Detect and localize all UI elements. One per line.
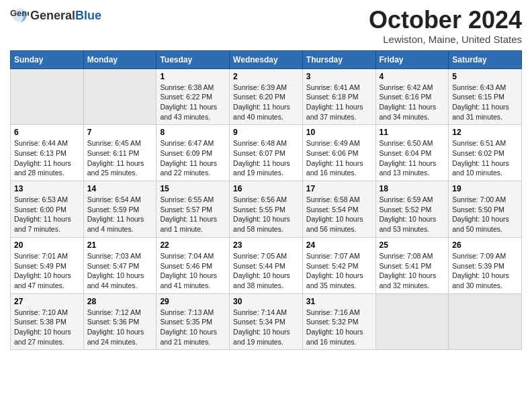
calendar-cell: 14Sunrise: 6:54 AMSunset: 5:59 PMDayligh… (83, 181, 157, 238)
calendar-table: Sunday Monday Tuesday Wednesday Thursday… (10, 50, 522, 351)
calendar-cell: 22Sunrise: 7:04 AMSunset: 5:46 PMDayligh… (157, 237, 230, 293)
calendar-cell: 9Sunrise: 6:48 AMSunset: 6:07 PMDaylight… (230, 125, 303, 181)
calendar-cell: 25Sunrise: 7:08 AMSunset: 5:41 PMDayligh… (375, 237, 449, 293)
day-number: 21 (87, 240, 153, 250)
calendar-cell: 6Sunrise: 6:44 AMSunset: 6:13 PMDaylight… (11, 125, 84, 181)
calendar-cell: 18Sunrise: 6:59 AMSunset: 5:52 PMDayligh… (375, 181, 449, 238)
day-number: 12 (452, 128, 518, 137)
day-info: Sunrise: 6:54 AMSunset: 5:59 PMDaylight:… (87, 195, 153, 234)
logo-blue: Blue (75, 9, 101, 22)
day-info: Sunrise: 7:09 AMSunset: 5:39 PMDaylight:… (452, 251, 518, 291)
day-number: 26 (452, 240, 518, 250)
calendar-cell: 5Sunrise: 6:43 AMSunset: 6:15 PMDaylight… (449, 68, 522, 125)
day-info: Sunrise: 7:05 AMSunset: 5:44 PMDaylight:… (233, 251, 299, 291)
day-info: Sunrise: 6:39 AMSunset: 6:20 PMDaylight:… (233, 83, 299, 122)
calendar-cell (11, 68, 84, 125)
day-info: Sunrise: 6:56 AMSunset: 5:55 PMDaylight:… (233, 195, 299, 234)
day-number: 29 (160, 297, 226, 306)
day-number: 1 (160, 72, 226, 81)
calendar-cell: 28Sunrise: 7:12 AMSunset: 5:36 PMDayligh… (83, 293, 157, 350)
calendar-week-4: 20Sunrise: 7:01 AMSunset: 5:49 PMDayligh… (11, 237, 522, 293)
calendar-cell: 7Sunrise: 6:45 AMSunset: 6:11 PMDaylight… (83, 125, 157, 181)
day-number: 27 (14, 297, 80, 306)
day-number: 13 (14, 184, 80, 193)
calendar-cell (375, 293, 449, 350)
header-wednesday: Wednesday (230, 50, 303, 68)
calendar-cell: 27Sunrise: 7:10 AMSunset: 5:38 PMDayligh… (11, 293, 84, 350)
header-friday: Friday (375, 50, 449, 68)
day-number: 6 (14, 128, 80, 137)
day-info: Sunrise: 7:03 AMSunset: 5:47 PMDaylight:… (87, 251, 153, 291)
day-info: Sunrise: 6:44 AMSunset: 6:13 PMDaylight:… (14, 138, 80, 178)
day-number: 14 (87, 184, 153, 193)
month-title: October 2024 (369, 7, 522, 34)
day-number: 20 (14, 240, 80, 250)
logo-general: General (30, 9, 75, 22)
calendar-cell: 21Sunrise: 7:03 AMSunset: 5:47 PMDayligh… (83, 237, 157, 293)
calendar-cell: 19Sunrise: 7:00 AMSunset: 5:50 PMDayligh… (449, 181, 522, 238)
day-info: Sunrise: 6:45 AMSunset: 6:11 PMDaylight:… (87, 138, 153, 178)
title-area: October 2024 Lewiston, Maine, United Sta… (369, 7, 522, 45)
calendar-week-2: 6Sunrise: 6:44 AMSunset: 6:13 PMDaylight… (11, 125, 522, 181)
calendar-cell: 17Sunrise: 6:58 AMSunset: 5:54 PMDayligh… (302, 181, 375, 238)
day-info: Sunrise: 6:48 AMSunset: 6:07 PMDaylight:… (233, 138, 299, 178)
day-info: Sunrise: 6:50 AMSunset: 6:04 PMDaylight:… (380, 138, 445, 178)
calendar-week-5: 27Sunrise: 7:10 AMSunset: 5:38 PMDayligh… (11, 293, 522, 350)
day-number: 5 (452, 72, 518, 81)
day-number: 19 (452, 184, 518, 193)
day-info: Sunrise: 7:16 AMSunset: 5:32 PMDaylight:… (306, 308, 372, 347)
day-number: 9 (233, 128, 299, 137)
day-info: Sunrise: 6:59 AMSunset: 5:52 PMDaylight:… (380, 195, 445, 234)
calendar-cell: 16Sunrise: 6:56 AMSunset: 5:55 PMDayligh… (230, 181, 303, 238)
day-number: 23 (233, 240, 299, 250)
calendar-cell: 30Sunrise: 7:14 AMSunset: 5:34 PMDayligh… (230, 293, 303, 350)
calendar-cell: 1Sunrise: 6:38 AMSunset: 6:22 PMDaylight… (157, 68, 230, 125)
logo: General GeneralBlue (10, 7, 101, 26)
calendar-cell: 31Sunrise: 7:16 AMSunset: 5:32 PMDayligh… (302, 293, 375, 350)
calendar-header: Sunday Monday Tuesday Wednesday Thursday… (11, 50, 522, 68)
day-info: Sunrise: 7:07 AMSunset: 5:42 PMDaylight:… (306, 251, 372, 291)
day-info: Sunrise: 6:43 AMSunset: 6:15 PMDaylight:… (452, 83, 518, 122)
day-info: Sunrise: 7:13 AMSunset: 5:35 PMDaylight:… (160, 308, 226, 347)
day-info: Sunrise: 7:08 AMSunset: 5:41 PMDaylight:… (380, 251, 445, 291)
day-number: 8 (160, 128, 226, 137)
day-number: 3 (306, 72, 372, 81)
day-number: 7 (87, 128, 153, 137)
day-number: 11 (380, 128, 445, 137)
calendar-week-3: 13Sunrise: 6:53 AMSunset: 6:00 PMDayligh… (11, 181, 522, 238)
day-number: 17 (306, 184, 372, 193)
calendar-cell: 15Sunrise: 6:55 AMSunset: 5:57 PMDayligh… (157, 181, 230, 238)
calendar-cell: 12Sunrise: 6:51 AMSunset: 6:02 PMDayligh… (449, 125, 522, 181)
day-number: 18 (380, 184, 445, 193)
header-monday: Monday (83, 50, 157, 68)
header-saturday: Saturday (449, 50, 522, 68)
day-info: Sunrise: 6:38 AMSunset: 6:22 PMDaylight:… (160, 83, 226, 122)
day-info: Sunrise: 7:04 AMSunset: 5:46 PMDaylight:… (160, 251, 226, 291)
day-number: 28 (87, 297, 153, 306)
day-info: Sunrise: 6:53 AMSunset: 6:00 PMDaylight:… (14, 195, 80, 234)
day-info: Sunrise: 6:55 AMSunset: 5:57 PMDaylight:… (160, 195, 226, 234)
location: Lewiston, Maine, United States (369, 34, 522, 45)
header-tuesday: Tuesday (157, 50, 230, 68)
day-number: 15 (160, 184, 226, 193)
day-number: 24 (306, 240, 372, 250)
header-row: Sunday Monday Tuesday Wednesday Thursday… (11, 50, 522, 68)
calendar-cell: 2Sunrise: 6:39 AMSunset: 6:20 PMDaylight… (230, 68, 303, 125)
calendar-cell: 10Sunrise: 6:49 AMSunset: 6:06 PMDayligh… (302, 125, 375, 181)
day-number: 30 (233, 297, 299, 306)
day-info: Sunrise: 7:10 AMSunset: 5:38 PMDaylight:… (14, 308, 80, 347)
calendar-cell: 20Sunrise: 7:01 AMSunset: 5:49 PMDayligh… (11, 237, 84, 293)
calendar-cell: 3Sunrise: 6:41 AMSunset: 6:18 PMDaylight… (302, 68, 375, 125)
day-number: 25 (380, 240, 445, 250)
day-number: 31 (306, 297, 372, 306)
day-info: Sunrise: 7:14 AMSunset: 5:34 PMDaylight:… (233, 308, 299, 347)
calendar-cell: 26Sunrise: 7:09 AMSunset: 5:39 PMDayligh… (449, 237, 522, 293)
day-info: Sunrise: 6:41 AMSunset: 6:18 PMDaylight:… (306, 83, 372, 122)
logo-icon: General (10, 7, 29, 26)
calendar-cell: 11Sunrise: 6:50 AMSunset: 6:04 PMDayligh… (375, 125, 449, 181)
day-number: 2 (233, 72, 299, 81)
day-number: 10 (306, 128, 372, 137)
calendar-cell: 24Sunrise: 7:07 AMSunset: 5:42 PMDayligh… (302, 237, 375, 293)
logo-text: GeneralBlue (30, 9, 101, 23)
calendar-body: 1Sunrise: 6:38 AMSunset: 6:22 PMDaylight… (11, 68, 522, 350)
